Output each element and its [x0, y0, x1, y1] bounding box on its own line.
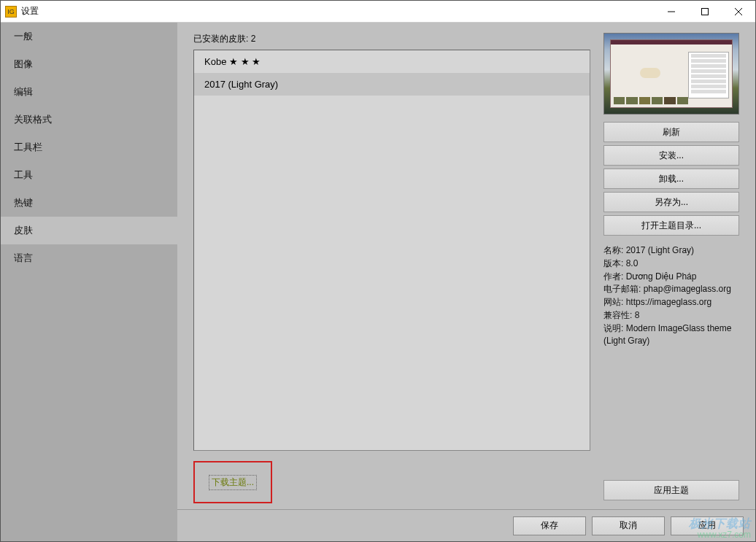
info-version: 版本: 8.0: [603, 258, 739, 270]
open-theme-dir-button[interactable]: 打开主题目录...: [603, 215, 739, 236]
skin-list[interactable]: Kobe ★ ★ ★ 2017 (Light Gray): [193, 50, 590, 451]
info-author: 作者: Dương Diệu Pháp: [603, 271, 739, 283]
footer: 保存 取消 应用 极光下载站 www.xz7.com: [177, 509, 755, 541]
maximize-button[interactable]: [688, 1, 722, 23]
app-icon: IG: [5, 6, 17, 18]
install-button[interactable]: 安装...: [603, 145, 739, 166]
info-name: 名称: 2017 (Light Gray): [603, 244, 739, 257]
sidebar-item-image[interactable]: 图像: [1, 50, 177, 78]
apply-theme-button[interactable]: 应用主题: [603, 480, 739, 500]
download-theme-link[interactable]: 下载主题...: [209, 475, 257, 490]
sidebar-item-skins[interactable]: 皮肤: [1, 217, 177, 244]
close-button[interactable]: [722, 1, 755, 23]
download-highlight: 下载主题...: [193, 461, 272, 503]
sidebar-item-hotkeys[interactable]: 热键: [1, 189, 177, 217]
main-panel: 已安装的皮肤: 2 Kobe ★ ★ ★ 2017 (Light Gray) 下…: [177, 23, 755, 541]
info-email: 电子邮箱: phap@imageglass.org: [603, 283, 739, 295]
installed-skins-label: 已安装的皮肤: 2: [193, 33, 590, 45]
content: 一般 图像 编辑 关联格式 工具栏 工具 热键 皮肤 语言 已安装的皮肤: 2 …: [1, 23, 755, 541]
sidebar-item-tools[interactable]: 工具: [1, 161, 177, 189]
skin-row-2017[interactable]: 2017 (Light Gray): [194, 73, 590, 96]
right-column: 刷新 安装... 卸载... 另存为... 打开主题目录... 名称: 2017…: [603, 33, 739, 503]
settings-window: IG 设置 一般 图像 编辑 关联格式 工具栏 工具 热键 皮肤 语言: [0, 0, 756, 542]
skin-row-kobe[interactable]: Kobe ★ ★ ★: [194, 50, 590, 73]
main-body: 已安装的皮肤: 2 Kobe ★ ★ ★ 2017 (Light Gray) 下…: [177, 23, 755, 509]
theme-info: 名称: 2017 (Light Gray) 版本: 8.0 作者: Dương …: [603, 244, 739, 347]
sidebar-item-edit[interactable]: 编辑: [1, 78, 177, 106]
sidebar: 一般 图像 编辑 关联格式 工具栏 工具 热键 皮肤 语言: [1, 23, 177, 541]
left-column: 已安装的皮肤: 2 Kobe ★ ★ ★ 2017 (Light Gray) 下…: [193, 33, 590, 503]
sidebar-item-toolbar[interactable]: 工具栏: [1, 133, 177, 161]
uninstall-button[interactable]: 卸载...: [603, 169, 739, 189]
sidebar-item-general[interactable]: 一般: [1, 23, 177, 50]
info-desc: 说明: Modern ImageGlass theme (Light Gray): [603, 322, 739, 347]
window-controls: [655, 1, 755, 23]
close-icon: [735, 8, 742, 15]
refresh-button[interactable]: 刷新: [603, 122, 739, 142]
svg-rect-1: [702, 8, 709, 15]
sidebar-item-assoc[interactable]: 关联格式: [1, 106, 177, 133]
minimize-icon: [668, 8, 675, 15]
titlebar: IG 设置: [1, 1, 755, 23]
save-button[interactable]: 保存: [513, 516, 586, 535]
info-website: 网站: https://imageglass.org: [603, 296, 739, 309]
cancel-button[interactable]: 取消: [592, 516, 665, 535]
theme-preview: [603, 33, 739, 115]
minimize-button[interactable]: [655, 1, 688, 23]
maximize-icon: [701, 8, 709, 15]
apply-button[interactable]: 应用: [671, 516, 744, 535]
window-title: 设置: [21, 5, 655, 18]
sidebar-item-language[interactable]: 语言: [1, 244, 177, 272]
info-compat: 兼容性: 8: [603, 309, 739, 322]
saveas-button[interactable]: 另存为...: [603, 192, 739, 212]
